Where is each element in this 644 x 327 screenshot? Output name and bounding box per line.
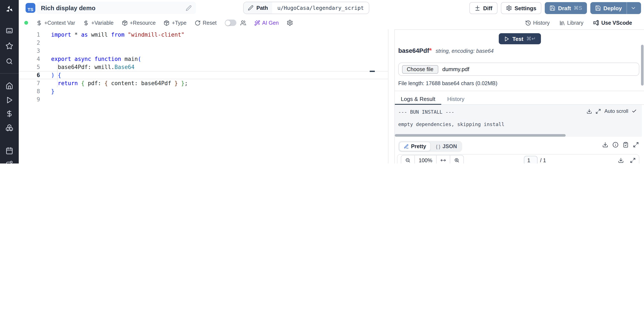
settings-button[interactable]: Settings [501, 2, 542, 14]
use-vscode-label: Use VScode [601, 20, 632, 26]
ai-gen-label: AI Gen [262, 20, 279, 26]
result-view-switch: Pretty { } JSON [398, 141, 462, 152]
gear-icon [506, 5, 512, 11]
choose-file-button[interactable]: Choose file [402, 65, 438, 74]
pdf-zoom-controls: 100% [401, 155, 464, 164]
expand-icon[interactable] [630, 158, 636, 163]
add-type-button[interactable]: +Type [164, 20, 186, 26]
editor-settings-button[interactable] [287, 20, 293, 26]
calendar-icon [6, 147, 13, 154]
library-button[interactable]: Library [559, 20, 583, 26]
script-title-box[interactable]: Rich display demo [37, 2, 196, 14]
deploy-button[interactable]: Deploy [590, 2, 641, 14]
pdf-actions [618, 158, 636, 163]
download-icon[interactable] [602, 142, 608, 148]
tab-logs-result[interactable]: Logs & Result [395, 94, 441, 104]
panel-divider [395, 91, 644, 91]
package-icon [164, 20, 170, 26]
sidebar-item-favorites[interactable] [0, 40, 19, 52]
test-button-label: Test [512, 36, 524, 42]
save-icon [595, 5, 601, 11]
sidebar-item-flows[interactable] [0, 158, 19, 164]
path-value: u/HugoCasa/legendary_script [272, 2, 369, 14]
use-vscode-button[interactable]: Use VScode [593, 20, 632, 26]
page-total: / 1 [540, 157, 546, 163]
editor-toolbar-left: +Context Var +Variable +Resource +Type R… [19, 20, 293, 26]
pretty-tab-label: Pretty [411, 144, 426, 150]
check-icon[interactable] [632, 108, 637, 114]
edit-title-pencil-icon[interactable] [186, 5, 192, 11]
fit-width-button[interactable] [436, 156, 450, 164]
expand-icon[interactable] [596, 108, 601, 114]
add-variable-button[interactable]: +Variable [83, 20, 114, 26]
assistant-toggle[interactable] [225, 20, 236, 26]
history-button[interactable]: History [525, 20, 550, 26]
toggle-knob [225, 20, 230, 25]
zoom-level[interactable]: 100% [415, 156, 436, 164]
sidebar-item-variables[interactable] [0, 108, 19, 120]
sidebar-item-resources[interactable] [0, 122, 19, 134]
add-resource-button[interactable]: +Resource [122, 20, 156, 26]
deploy-button-label: Deploy [603, 5, 622, 11]
dollar-icon [6, 110, 13, 118]
page-number-input[interactable]: 1 [524, 156, 538, 164]
vscode-icon [593, 20, 599, 26]
json-tab[interactable]: { } JSON [432, 142, 461, 151]
chevron-down-icon[interactable] [630, 5, 636, 11]
wand-icon [254, 20, 260, 26]
logs-panel[interactable]: --- BUN INSTALL ---empty dependencies, s… [395, 105, 642, 137]
sidebar [0, 0, 19, 164]
pretty-tab[interactable]: Pretty [399, 142, 431, 151]
file-name: dummy.pdf [442, 66, 469, 72]
diff-button[interactable]: Diff [470, 2, 498, 14]
download-icon[interactable] [618, 158, 624, 163]
logs-toolbar: Auto scroll [586, 108, 637, 114]
dollar-icon [36, 20, 42, 26]
sidebar-item-apps[interactable] [0, 25, 19, 36]
path-label-section: Path [244, 2, 272, 14]
language-badge-label: TS [28, 7, 34, 12]
zoom-out-button[interactable] [401, 156, 415, 164]
download-icon[interactable] [586, 108, 592, 114]
add-variable-label: +Variable [91, 20, 114, 26]
sidebar-item-search[interactable] [0, 55, 19, 67]
ai-gen-button[interactable]: AI Gen [254, 20, 279, 26]
zoom-in-icon [454, 158, 460, 163]
add-context-var-button[interactable]: +Context Var [36, 20, 75, 26]
windmill-logo[interactable] [0, 4, 19, 15]
info-icon[interactable] [612, 142, 618, 148]
braces-icon: { } [436, 144, 440, 149]
path-pill[interactable]: Path u/HugoCasa/legendary_script [243, 2, 370, 14]
expand-icon[interactable] [633, 142, 639, 148]
package-icon [122, 20, 128, 26]
clipboard-icon[interactable] [623, 142, 629, 148]
sidebar-item-runs[interactable] [0, 94, 19, 106]
tab-history[interactable]: History [441, 94, 470, 104]
add-type-label: +Type [172, 20, 186, 26]
assistant-toggle-group [225, 20, 246, 26]
preview-panel: Test ⌘↵ base64Pdf* string, encoding: bas… [394, 30, 644, 164]
panel-scrollbar[interactable] [641, 45, 644, 86]
search-icon [6, 58, 13, 65]
reset-button[interactable]: Reset [195, 20, 216, 26]
draft-button[interactable]: Draft ⌘S [545, 2, 587, 14]
overview-ruler-cursor [370, 71, 375, 72]
file-input[interactable]: Choose file dummy.pdf [398, 62, 639, 76]
draft-button-label: Draft [558, 5, 571, 11]
pdf-page-control: 1 / 1 [524, 156, 546, 164]
code-editor[interactable]: 1import * as wmill from "windmill-client… [19, 30, 388, 164]
test-button[interactable]: Test ⌘↵ [499, 33, 541, 44]
required-marker: * [429, 47, 432, 54]
logs-horizontal-scrollbar[interactable] [395, 134, 566, 137]
sidebar-item-home[interactable] [0, 80, 19, 92]
history-icon [525, 20, 531, 26]
pdf-toolbar: 100% 1 / 1 [397, 154, 639, 164]
script-title: Rich display demo [41, 4, 186, 11]
add-resource-label: +Resource [130, 20, 156, 26]
sidebar-divider [0, 73, 19, 74]
reset-icon [195, 20, 200, 26]
zoom-in-button[interactable] [450, 156, 464, 164]
windmill-script-editor: TS Rich display demo Path u/HugoCasa/leg… [0, 0, 644, 164]
sidebar-item-schedules[interactable] [0, 145, 19, 157]
code-lines[interactable]: 1import * as wmill from "windmill-client… [19, 31, 388, 104]
